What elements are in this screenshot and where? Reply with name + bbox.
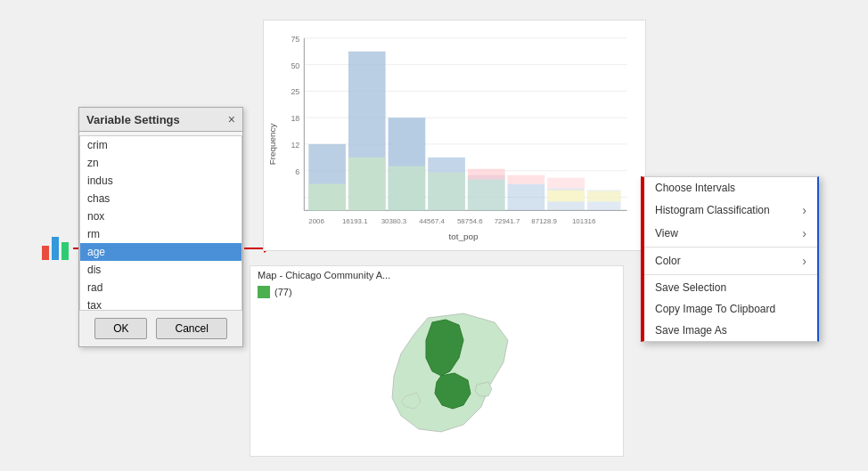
legend-count: (77) <box>274 287 292 297</box>
svg-text:6: 6 <box>295 167 299 176</box>
variable-list-item-chas[interactable]: chas <box>80 190 242 207</box>
histogram-svg: Frequency 75 50 25 18 12 6 <box>264 20 645 250</box>
context-menu: Choose Intervals Histogram Classificatio… <box>641 176 819 342</box>
variable-list-item-nox[interactable]: nox <box>80 207 242 225</box>
svg-rect-2 <box>61 242 69 260</box>
cancel-button[interactable]: Cancel <box>156 318 226 339</box>
menu-item-save-image[interactable]: Save Image As <box>644 320 817 341</box>
separator-1 <box>644 247 817 248</box>
svg-rect-35 <box>547 191 585 202</box>
close-button[interactable]: × <box>228 112 235 126</box>
svg-text:44567.4: 44567.4 <box>419 217 445 225</box>
variable-list[interactable]: crimzninduschasnoxrmagedisradtaxptratiob… <box>79 135 242 310</box>
separator-2 <box>644 274 817 275</box>
ok-button[interactable]: OK <box>94 318 147 339</box>
svg-text:tot_pop: tot_pop <box>448 231 479 241</box>
svg-text:2006: 2006 <box>308 217 324 225</box>
main-container: Variable Settings × crimzninduschasnoxrm… <box>0 0 868 471</box>
svg-text:Frequency: Frequency <box>267 123 277 165</box>
variable-list-item-indus[interactable]: indus <box>80 172 242 190</box>
svg-rect-31 <box>468 180 505 211</box>
svg-text:72941.7: 72941.7 <box>495 217 520 225</box>
svg-text:25: 25 <box>291 87 299 96</box>
svg-rect-34 <box>547 178 585 189</box>
menu-item-save-selection[interactable]: Save Selection <box>644 277 817 298</box>
variable-list-container: crimzninduschasnoxrmagedisradtaxptratiob… <box>79 132 242 310</box>
title-bar: Variable Settings × <box>79 108 242 132</box>
svg-rect-29 <box>389 166 426 211</box>
svg-rect-24 <box>508 184 545 211</box>
map-legend: (77) <box>250 284 623 300</box>
panel-title: Variable Settings <box>86 113 180 126</box>
svg-rect-28 <box>348 158 386 211</box>
variable-list-item-rm[interactable]: rm <box>80 225 242 243</box>
svg-rect-1 <box>52 237 59 260</box>
svg-text:75: 75 <box>291 35 299 44</box>
menu-item-view[interactable]: View <box>644 222 817 245</box>
svg-text:16193.1: 16193.1 <box>342 217 368 225</box>
svg-text:18: 18 <box>291 114 299 123</box>
svg-rect-27 <box>308 184 346 211</box>
svg-text:101316: 101316 <box>572 217 596 225</box>
map-title: Map - Chicago Community A... <box>250 266 623 284</box>
menu-item-choose-intervals[interactable]: Choose Intervals <box>644 177 817 199</box>
button-row: OK Cancel <box>79 310 242 346</box>
svg-rect-36 <box>587 191 621 202</box>
histogram-panel: Frequency 75 50 25 18 12 6 <box>263 20 646 251</box>
variable-settings-panel: Variable Settings × crimzninduschasnoxrm… <box>78 107 243 347</box>
svg-text:58754.6: 58754.6 <box>457 217 483 225</box>
menu-item-copy-image[interactable]: Copy Image To Clipboard <box>644 298 817 320</box>
chicago-map-svg <box>250 300 623 443</box>
svg-rect-0 <box>42 246 49 260</box>
variable-list-item-age[interactable]: age <box>80 243 242 261</box>
map-panel: Map - Chicago Community A... (77) <box>250 265 624 457</box>
menu-item-color[interactable]: Color <box>644 249 817 272</box>
svg-text:50: 50 <box>291 61 299 70</box>
menu-item-histogram-classification[interactable]: Histogram Classification <box>644 199 817 222</box>
svg-text:30380.3: 30380.3 <box>381 217 407 225</box>
variable-list-item-zn[interactable]: zn <box>80 154 242 172</box>
variable-list-item-dis[interactable]: dis <box>80 261 242 279</box>
svg-rect-30 <box>428 173 465 211</box>
legend-color-swatch <box>258 286 270 298</box>
variable-list-item-rad[interactable]: rad <box>80 279 242 296</box>
svg-rect-33 <box>508 175 545 184</box>
bar-chart-icon <box>40 230 72 262</box>
svg-rect-32 <box>468 169 505 180</box>
variable-list-item-crim[interactable]: crim <box>80 136 242 154</box>
variable-list-item-tax[interactable]: tax <box>80 296 242 310</box>
svg-text:87128.9: 87128.9 <box>531 217 557 225</box>
svg-text:12: 12 <box>291 141 299 150</box>
